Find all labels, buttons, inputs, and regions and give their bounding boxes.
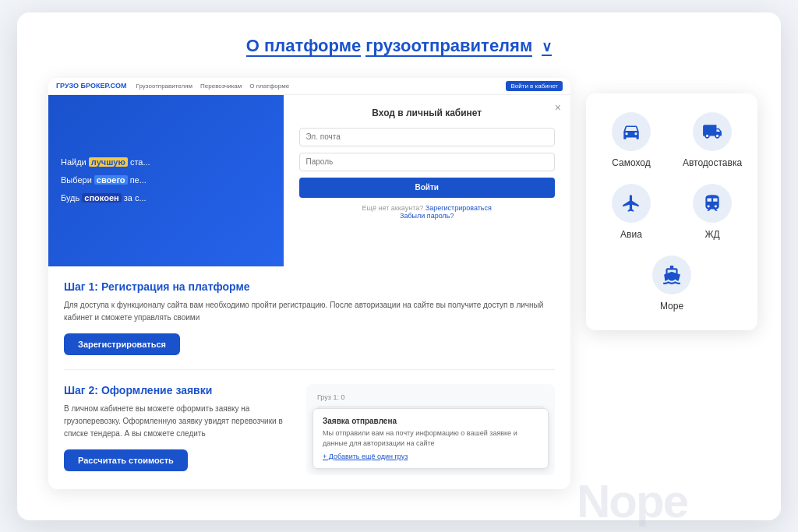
truck-label: Автодоставка [683, 157, 742, 168]
step1-title: Шаг 1: Регистрация на платформе [64, 280, 555, 293]
submitted-description: Мы отправили вам на почту информацию о в… [323, 428, 538, 448]
ship-icon-bg [652, 255, 691, 294]
mini-logo: ГРУЗО БРОКЕР.COM [56, 82, 127, 90]
nav-login-button[interactable]: Войти в кабинет [506, 81, 563, 91]
mini-browser: Найди лучшую ста... Выбери своего пе... … [48, 95, 570, 266]
submitted-popup: Заявка отправлена Мы отправили вам на по… [312, 408, 549, 468]
blue-line1: Найди лучшую ста... [61, 155, 271, 170]
transport-item-train[interactable]: ЖД [680, 184, 745, 240]
transport-item-truck[interactable]: Автодоставка [680, 112, 745, 168]
step1-content: Шаг 1: Регистрация на платформе Для дост… [64, 280, 555, 355]
page-container: О платформе грузоотправителям ∨ ГРУЗО БР… [17, 12, 781, 520]
register-button[interactable]: Зарегистрироваться [64, 333, 180, 355]
transport-item-ship[interactable]: Море [652, 255, 691, 312]
mini-nav-items: Грузоотправителям Перевозчикам О платфор… [136, 83, 497, 90]
transport-card: Самоход Автодоставка Авиа [586, 93, 757, 330]
password-field[interactable] [299, 153, 556, 171]
login-form-mini: × Вход в личный кабинет Войти Ещё нет ак… [284, 95, 571, 266]
blue-panel: Найди лучшую ста... Выбери своего пе... … [48, 95, 284, 266]
car-icon-bg [612, 112, 651, 151]
train-icon-bg [693, 184, 732, 223]
nav-item-1: Грузоотправителям [136, 83, 192, 90]
step2-section: Шаг 2: Оформление заявки В личном кабине… [48, 370, 570, 489]
form-label: Груз 1: 0 [317, 393, 544, 401]
page-header: О платформе грузоотправителям ∨ [48, 36, 750, 56]
content-area: ГРУЗО БРОКЕР.COM Грузоотправителям Перев… [48, 78, 750, 489]
nav-item-2: Перевозчикам [200, 83, 242, 90]
login-links: Ещё нет аккаунта? Зарегистрироваться Заб… [362, 204, 492, 220]
plane-label: Авиа [620, 229, 642, 240]
login-submit-button[interactable]: Войти [299, 178, 556, 198]
close-icon[interactable]: × [555, 101, 561, 114]
step1-section: Шаг 1: Регистрация на платформе Для дост… [48, 266, 570, 369]
car-icon [621, 122, 641, 142]
calculate-button[interactable]: Рассчитать стоимость [64, 449, 188, 471]
train-icon [702, 193, 722, 213]
ship-icon [662, 265, 682, 285]
page-title: О платформе грузоотправителям ∨ [48, 36, 750, 56]
blue-line3: Будь спокоен за с... [61, 191, 271, 206]
truck-icon-bg [693, 112, 732, 151]
header-prefix: О платформе [246, 36, 362, 57]
step2-form: Груз 1: 0 Заявка отправлена Мы отправили… [306, 384, 555, 475]
dropdown-arrow-icon[interactable]: ∨ [542, 39, 552, 56]
add-cargo-link[interactable]: + Добавить ещё один груз [323, 453, 538, 460]
register-link[interactable]: Зарегистрироваться [425, 204, 492, 212]
nav-item-3: О платформе [249, 83, 289, 90]
email-field[interactable] [299, 128, 556, 146]
header-highlight: грузоотправителям [365, 36, 532, 57]
plane-icon-bg [612, 184, 651, 223]
transport-item-plane[interactable]: Авиа [598, 184, 664, 240]
plane-icon [621, 193, 641, 213]
step2-title: Шаг 2: Оформление заявки [64, 384, 291, 396]
submitted-title: Заявка отправлена [323, 417, 538, 425]
step2-description: В личном кабинете вы можете оформить зая… [64, 403, 291, 440]
car-label: Самоход [612, 157, 651, 168]
main-card: ГРУЗО БРОКЕР.COM Грузоотправителям Перев… [48, 78, 570, 489]
truck-icon [702, 122, 722, 142]
forgot-link[interactable]: Забыли пароль? [400, 212, 454, 220]
step1-description: Для доступа к функционалу сайта вам необ… [64, 299, 555, 324]
ship-label: Море [660, 301, 683, 312]
mini-nav-bar: ГРУЗО БРОКЕР.COM Грузоотправителям Перев… [48, 78, 570, 95]
blue-line2: Выбери своего пе... [61, 173, 271, 188]
step2-content: Шаг 2: Оформление заявки В личном кабине… [64, 384, 291, 471]
train-label: ЖД [704, 229, 719, 240]
transport-item-car[interactable]: Самоход [598, 112, 664, 168]
login-title: Вход в личный кабинет [372, 107, 482, 118]
